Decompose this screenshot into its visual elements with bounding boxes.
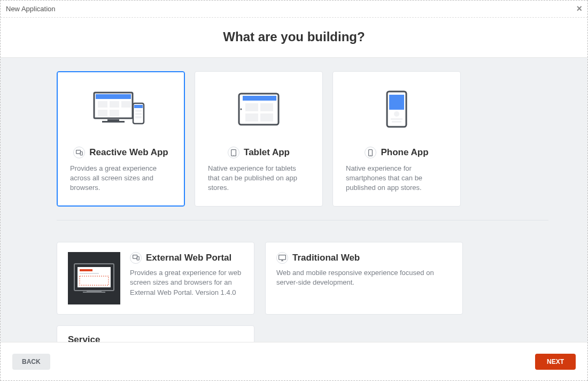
tertiary-options-row: Service bbox=[57, 325, 548, 342]
svg-point-27 bbox=[394, 111, 399, 117]
option-card-traditional-web[interactable]: Traditional Web Web and mobile responsiv… bbox=[265, 242, 463, 315]
tablet-icon bbox=[228, 147, 239, 158]
card-description: Native experience for tablets that can b… bbox=[206, 164, 312, 193]
svg-rect-22 bbox=[260, 113, 273, 121]
card-description: Provides a great experience across all s… bbox=[68, 164, 174, 193]
svg-rect-39 bbox=[133, 255, 137, 259]
section-divider bbox=[57, 220, 548, 220]
svg-rect-37 bbox=[87, 291, 102, 292]
card-title: Phone App bbox=[381, 147, 428, 158]
svg-rect-21 bbox=[245, 113, 258, 121]
svg-rect-19 bbox=[245, 103, 258, 111]
svg-rect-7 bbox=[107, 119, 119, 121]
svg-rect-3 bbox=[110, 101, 119, 108]
devices-illustration-icon bbox=[91, 88, 150, 131]
svg-rect-2 bbox=[98, 101, 107, 108]
external-portal-thumb-icon bbox=[68, 252, 120, 304]
option-card-tablet[interactable]: Tablet App Native experience for tablets… bbox=[195, 71, 323, 207]
dialog-body[interactable]: Reactive Web App Provides a great experi… bbox=[1, 58, 587, 342]
svg-rect-11 bbox=[135, 110, 142, 112]
option-card-service[interactable]: Service bbox=[57, 325, 254, 342]
svg-rect-34 bbox=[80, 269, 92, 271]
svg-rect-8 bbox=[102, 121, 125, 123]
svg-rect-41 bbox=[279, 255, 286, 260]
svg-rect-29 bbox=[392, 121, 401, 123]
svg-rect-14 bbox=[76, 150, 80, 154]
primary-options-row: Reactive Web App Provides a great experi… bbox=[57, 71, 548, 207]
svg-rect-38 bbox=[83, 292, 105, 293]
card-description: Provides a great experience for web scre… bbox=[130, 268, 243, 299]
next-button[interactable]: NEXT bbox=[535, 354, 576, 370]
card-title: Service bbox=[68, 334, 100, 342]
secondary-options-row: External Web Portal Provides a great exp… bbox=[57, 242, 548, 315]
svg-rect-35 bbox=[80, 273, 99, 274]
svg-rect-28 bbox=[391, 118, 403, 120]
monitor-icon bbox=[276, 252, 288, 264]
svg-rect-10 bbox=[134, 105, 143, 108]
svg-point-31 bbox=[370, 155, 371, 155]
option-card-phone[interactable]: Phone App Native experience for smartpho… bbox=[332, 71, 461, 207]
svg-rect-6 bbox=[110, 110, 119, 116]
dialog-new-application: New Application × What are you building? bbox=[0, 0, 588, 381]
svg-rect-26 bbox=[389, 95, 404, 110]
card-title: Traditional Web bbox=[292, 253, 360, 263]
card-title: Tablet App bbox=[244, 147, 290, 158]
dialog-heading: What are you building? bbox=[1, 29, 587, 44]
devices-icon bbox=[130, 252, 142, 264]
devices-icon bbox=[73, 147, 85, 158]
card-description: Web and mobile responsive experience foc… bbox=[276, 268, 452, 288]
phone-icon bbox=[365, 147, 376, 158]
svg-rect-12 bbox=[135, 113, 142, 115]
card-title: Reactive Web App bbox=[89, 147, 168, 158]
card-title: External Web Portal bbox=[146, 253, 231, 263]
back-button[interactable]: BACK bbox=[12, 354, 50, 370]
option-card-reactive[interactable]: Reactive Web App Provides a great experi… bbox=[57, 71, 185, 207]
card-description: Native experience for smartphones that c… bbox=[344, 164, 450, 193]
close-icon[interactable]: × bbox=[576, 3, 582, 14]
svg-rect-5 bbox=[98, 110, 107, 116]
svg-rect-4 bbox=[121, 101, 131, 108]
svg-rect-1 bbox=[96, 94, 131, 99]
option-card-external-portal[interactable]: External Web Portal Provides a great exp… bbox=[57, 242, 254, 315]
dialog-header: What are you building? bbox=[1, 18, 587, 58]
svg-point-18 bbox=[241, 109, 242, 110]
dialog-titlebar: New Application × bbox=[1, 1, 587, 18]
tablet-illustration-icon bbox=[238, 88, 280, 131]
svg-rect-40 bbox=[137, 257, 139, 261]
dialog-title: New Application bbox=[6, 5, 56, 13]
dialog-footer: BACK NEXT bbox=[1, 342, 587, 380]
svg-rect-20 bbox=[260, 103, 273, 111]
svg-point-24 bbox=[233, 155, 234, 155]
svg-rect-13 bbox=[135, 116, 142, 118]
svg-rect-17 bbox=[243, 96, 276, 101]
phone-illustration-icon bbox=[385, 88, 408, 131]
